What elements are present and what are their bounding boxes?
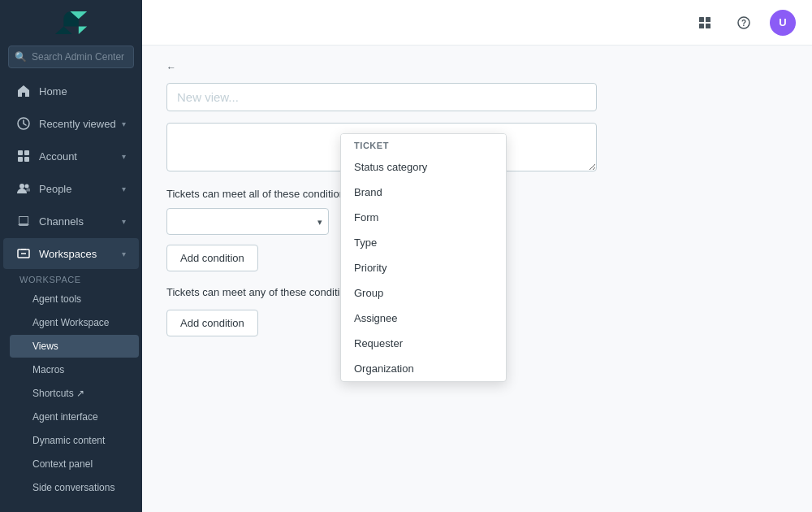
sidebar-item-people-label: People — [39, 183, 122, 195]
dropdown-item-form[interactable]: Form — [341, 205, 506, 230]
objects-icon — [16, 508, 31, 512]
dropdown-item-type[interactable]: Type — [341, 230, 506, 255]
sidebar-item-objects-and-rules[interactable]: Objects and rules ▾ — [3, 500, 139, 512]
avatar[interactable]: U — [770, 10, 796, 36]
top-header: ? U — [142, 0, 812, 46]
chevron-down-icon: ▾ — [122, 249, 126, 258]
help-icon: ? — [737, 16, 750, 29]
sidebar-item-recently-viewed-label: Recently viewed — [39, 118, 122, 130]
dropdown-item-organization[interactable]: Organization — [341, 356, 506, 381]
search-area[interactable]: 🔍 — [8, 46, 134, 68]
condition-field-select[interactable] — [166, 208, 329, 235]
main-content: ? U ← Tickets can meet all of these cond… — [142, 0, 812, 512]
search-icon: 🔍 — [15, 51, 27, 63]
sidebar-item-recently-viewed[interactable]: Recently viewed ▾ — [3, 108, 139, 139]
workspaces-submenu: Workspace Agent tools Agent Workspace Vi… — [0, 270, 142, 500]
account-icon — [16, 149, 31, 163]
sidebar-item-objects-label: Objects and rules — [39, 510, 122, 513]
header-icons: ? U — [692, 10, 796, 36]
add-condition-button-any[interactable]: Add condition — [166, 310, 258, 336]
sidebar-item-people[interactable]: People ▾ — [3, 173, 139, 204]
chevron-down-icon: ▾ — [122, 119, 126, 128]
condition-dropdown: Ticket Status category Brand Form Type P… — [340, 133, 507, 382]
sidebar-item-macros[interactable]: Macros — [10, 358, 139, 381]
logo-area — [0, 0, 142, 46]
sidebar-item-agent-workspace[interactable]: Agent Workspace — [10, 311, 139, 334]
sidebar-item-side-conversations[interactable]: Side conversations — [10, 476, 139, 499]
svg-rect-12 — [699, 24, 704, 28]
sidebar: 🔍 Home Recently viewed ▾ Account ▾ Peopl… — [0, 0, 142, 512]
svg-text:?: ? — [741, 19, 746, 28]
sidebar-item-context-panel[interactable]: Context panel — [10, 453, 139, 475]
help-button[interactable]: ? — [731, 10, 757, 36]
svg-rect-2 — [24, 150, 29, 155]
home-icon — [16, 84, 31, 98]
channels-icon — [16, 214, 31, 228]
svg-rect-3 — [18, 157, 23, 162]
dropdown-section-header: Ticket — [341, 134, 506, 154]
chevron-down-icon: ▾ — [122, 217, 126, 226]
breadcrumb: ← — [166, 62, 784, 73]
dropdown-item-group[interactable]: Group — [341, 280, 506, 306]
sidebar-item-home-label: Home — [39, 85, 126, 98]
svg-rect-4 — [24, 157, 29, 162]
sidebar-item-channels-label: Channels — [39, 215, 122, 228]
sidebar-item-agent-interface[interactable]: Agent interface — [10, 406, 139, 428]
add-condition-button-all[interactable]: Add condition — [166, 245, 258, 271]
sidebar-item-agent-tools[interactable]: Agent tools — [10, 288, 139, 310]
svg-rect-11 — [706, 17, 710, 22]
clock-icon — [16, 116, 31, 131]
sidebar-item-home[interactable]: Home — [3, 76, 139, 106]
people-icon — [16, 181, 31, 196]
dropdown-item-status-category[interactable]: Status category — [341, 154, 506, 180]
sidebar-item-views[interactable]: Views — [10, 335, 139, 358]
sidebar-item-workspaces-label: Workspaces — [39, 248, 122, 260]
grid-icon — [698, 16, 711, 29]
sidebar-item-workspaces[interactable]: Workspaces ▾ — [3, 238, 139, 269]
sidebar-item-account[interactable]: Account ▾ — [3, 141, 139, 171]
sidebar-item-dynamic-content[interactable]: Dynamic content — [10, 429, 139, 452]
dropdown-item-priority[interactable]: Priority — [341, 255, 506, 280]
grid-button[interactable] — [692, 10, 718, 36]
svg-point-6 — [25, 184, 29, 189]
chevron-down-icon: ▾ — [122, 152, 126, 161]
dropdown-item-requester[interactable]: Requester — [341, 331, 506, 356]
sidebar-item-account-label: Account — [39, 150, 122, 163]
sidebar-item-channels[interactable]: Channels ▾ — [3, 206, 139, 236]
svg-rect-1 — [18, 150, 23, 155]
svg-rect-10 — [699, 17, 704, 22]
chevron-down-icon: ▾ — [122, 184, 126, 193]
workspaces-icon — [16, 246, 31, 261]
view-name-input[interactable] — [166, 83, 597, 111]
sidebar-item-shortcuts[interactable]: Shortcuts ↗ — [10, 382, 139, 405]
zendesk-logo-icon — [55, 11, 88, 34]
back-button[interactable]: ← — [166, 62, 176, 73]
svg-rect-13 — [706, 24, 710, 28]
dropdown-item-assignee[interactable]: Assignee — [341, 306, 506, 331]
condition-select-wrapper: ▾ — [166, 208, 329, 235]
search-input[interactable] — [8, 46, 134, 68]
submenu-section-label: Workspace — [6, 270, 142, 287]
dropdown-item-brand[interactable]: Brand — [341, 180, 506, 205]
svg-point-5 — [19, 184, 24, 189]
